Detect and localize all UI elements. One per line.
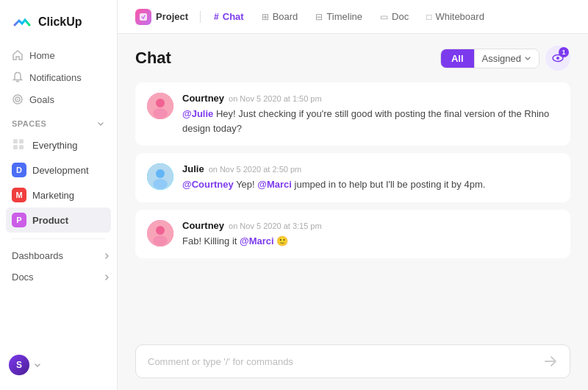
svg-point-15 [153, 179, 168, 189]
message-text: Fab! Killing it @Marci 🙂 [182, 234, 559, 249]
courtney-avatar-img [147, 93, 173, 119]
product-label: Product [32, 215, 68, 226]
space-product[interactable]: P Product [6, 208, 111, 233]
svg-point-17 [156, 226, 165, 235]
sidebar-item-goals[interactable]: Goals [6, 88, 111, 110]
filter-all-button[interactable]: All [441, 49, 474, 68]
home-icon [12, 49, 24, 61]
development-label: Development [32, 165, 89, 176]
message-card: Courtney on Nov 5 2020 at 3:15 pm Fab! K… [135, 210, 570, 259]
target-icon [12, 93, 24, 105]
home-label: Home [29, 50, 55, 61]
sidebar-item-home[interactable]: Home [6, 44, 111, 66]
spaces-header: Spaces [0, 110, 117, 132]
whiteboard-icon: □ [426, 12, 431, 22]
project-icon [135, 9, 151, 25]
development-badge: D [12, 163, 26, 177]
message-body-3b: 🙂 [276, 235, 288, 247]
sidebar-bottom: S [0, 349, 117, 381]
message-content: Courtney on Nov 5 2020 at 1:50 pm @Julie… [182, 93, 559, 135]
notification-bell-button[interactable]: 1 [545, 46, 570, 71]
comment-input-area[interactable]: Comment or type '/' for commands [135, 344, 570, 378]
everything-label: Everything [32, 140, 77, 151]
bell-icon [12, 71, 24, 83]
chevron-right-icon [102, 252, 111, 260]
mention-marci: @Marci [257, 179, 292, 190]
message-author: Julie [182, 163, 204, 174]
product-badge: P [12, 213, 26, 227]
chat-title: Chat [135, 49, 171, 68]
message-body-3a: Fab! Killing it [182, 235, 240, 247]
docs-label: Docs [12, 272, 34, 283]
svg-rect-4 [19, 139, 24, 143]
mention-marci-2: @Marci [240, 235, 274, 247]
send-message-icon[interactable] [543, 354, 558, 369]
tab-board[interactable]: ⊞ Board [254, 8, 306, 25]
message-card: Courtney on Nov 5 2020 at 1:50 pm @Julie… [135, 82, 570, 146]
dropdown-chevron-icon [524, 54, 531, 62]
filter-assigned-label: Assigned [482, 53, 521, 64]
message-meta: Julie on Nov 5 2020 at 2:50 pm [182, 163, 559, 174]
notifications-label: Notifications [29, 72, 82, 83]
avatar-julie [147, 163, 173, 190]
space-marketing[interactable]: M Marketing [6, 182, 111, 208]
chevron-right-icon-docs [102, 273, 111, 282]
avatar-courtney-2 [147, 220, 173, 247]
sidebar-item-docs[interactable]: Docs [0, 266, 117, 288]
svg-point-2 [17, 99, 18, 100]
chevron-down-icon-user [34, 361, 41, 369]
svg-rect-3 [13, 139, 18, 143]
sidebar-item-dashboards[interactable]: Dashboards [0, 245, 117, 266]
hash-icon: # [214, 12, 219, 22]
tab-doc-label: Doc [392, 11, 409, 22]
tab-doc[interactable]: ▭ Doc [373, 8, 416, 25]
message-body-2a: Yep! [236, 179, 257, 190]
nav-divider [200, 11, 201, 23]
tab-timeline[interactable]: ⊟ Timeline [308, 8, 370, 25]
project-label: Project [156, 11, 188, 22]
message-body-2b: jumped in to help but I'll be posting it… [295, 179, 486, 190]
chevron-down-icon [96, 119, 105, 128]
mention-courtney: @Courtney [182, 179, 234, 190]
tab-board-label: Board [273, 11, 298, 22]
sidebar-divider [12, 238, 105, 239]
tab-whiteboard-label: Whiteboard [435, 11, 484, 22]
chat-header-controls: All Assigned 1 [440, 46, 570, 71]
message-meta: Courtney on Nov 5 2020 at 1:50 pm [182, 93, 559, 104]
svg-point-11 [156, 99, 165, 107]
marketing-label: Marketing [32, 190, 74, 201]
filter-assigned-dropdown[interactable]: Assigned [474, 49, 539, 68]
mention-julie: @Julie [182, 108, 213, 119]
message-author: Courtney [182, 220, 224, 231]
user-avatar[interactable]: S [9, 355, 29, 375]
svg-point-18 [153, 235, 168, 246]
message-card: Julie on Nov 5 2020 at 2:50 pm @Courtney… [135, 153, 570, 202]
tab-chat[interactable]: # Chat [207, 8, 251, 25]
svg-rect-7 [140, 13, 147, 21]
comment-placeholder[interactable]: Comment or type '/' for commands [148, 356, 543, 367]
clickup-logo-icon [12, 12, 32, 32]
message-time: on Nov 5 2020 at 1:50 pm [229, 94, 322, 103]
space-everything[interactable]: Everything [6, 132, 111, 157]
project-nav-item[interactable]: Project [129, 6, 194, 28]
chat-header: Chat All Assigned 1 [135, 46, 570, 71]
message-content: Courtney on Nov 5 2020 at 3:15 pm Fab! K… [182, 220, 559, 249]
svg-point-12 [153, 108, 168, 118]
tab-whiteboard[interactable]: □ Whiteboard [419, 8, 492, 25]
space-development[interactable]: D Development [6, 157, 111, 182]
logo-text: ClickUp [38, 15, 82, 29]
message-text: @Courtney Yep! @Marci jumped in to help … [182, 177, 559, 192]
avatar-courtney [147, 93, 173, 119]
message-body-1: Hey! Just checking if you're still good … [182, 108, 549, 134]
tab-chat-label: Chat [223, 11, 244, 22]
spaces-label: Spaces [12, 119, 46, 128]
logo-area: ClickUp [0, 9, 117, 44]
message-content: Julie on Nov 5 2020 at 2:50 pm @Courtney… [182, 163, 559, 192]
svg-point-14 [156, 169, 165, 178]
chat-area: Chat All Assigned 1 [118, 34, 588, 390]
message-time: on Nov 5 2020 at 2:50 pm [209, 165, 302, 174]
marketing-badge: M [12, 188, 26, 202]
main-content: Project # Chat ⊞ Board ⊟ Timeline ▭ Doc … [118, 0, 588, 390]
top-navigation: Project # Chat ⊞ Board ⊟ Timeline ▭ Doc … [118, 0, 588, 34]
sidebar-item-notifications[interactable]: Notifications [6, 66, 111, 88]
